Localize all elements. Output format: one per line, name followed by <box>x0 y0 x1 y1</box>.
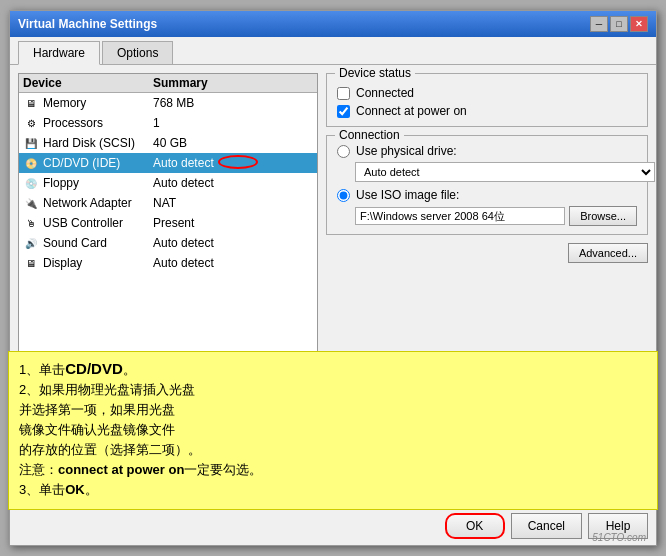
cddvd-icon: 📀 <box>23 155 39 171</box>
maximize-button[interactable]: □ <box>610 16 628 32</box>
annotation-line6: 注意：connect at power on一定要勾选。 <box>19 461 647 479</box>
annotation-line3: 并选择第一项，如果用光盘 <box>19 401 647 419</box>
table-row[interactable]: ⚙ Processors 1 <box>19 113 317 133</box>
processor-icon: ⚙ <box>23 115 39 131</box>
device-name: CD/DVD (IDE) <box>43 156 120 170</box>
annotation-area: 1、单击CD/DVD。 2、如果用物理光盘请插入光盘 并选择第一项，如果用光盘 … <box>8 351 658 510</box>
usb-icon: 🖱 <box>23 215 39 231</box>
device-name: USB Controller <box>43 216 123 230</box>
summary-cell: 1 <box>153 116 313 130</box>
iso-radio[interactable] <box>337 189 350 202</box>
annotation-ok-text: OK <box>65 482 85 497</box>
memory-icon: 🖥 <box>23 95 39 111</box>
advanced-button[interactable]: Advanced... <box>568 243 648 263</box>
annotation-line6-prefix: 注意： <box>19 462 58 477</box>
device-status-group: Device status Connected Connect at power… <box>326 73 648 127</box>
connection-label: Connection <box>335 128 404 142</box>
iso-path-input[interactable] <box>355 207 565 225</box>
summary-cell: 768 MB <box>153 96 313 110</box>
minimize-button[interactable]: ─ <box>590 16 608 32</box>
table-row[interactable]: 🖥 Display Auto detect <box>19 253 317 273</box>
ok-button[interactable]: OK <box>445 513 505 539</box>
annotation-line1-prefix: 1、单击 <box>19 362 65 377</box>
sound-icon: 🔊 <box>23 235 39 251</box>
table-row[interactable]: 🔊 Sound Card Auto detect <box>19 233 317 253</box>
browse-button[interactable]: Browse... <box>569 206 637 226</box>
annotation-line2: 2、如果用物理光盘请插入光盘 <box>19 381 647 399</box>
physical-label: Use physical drive: <box>356 144 457 158</box>
device-cell: 🔌 Network Adapter <box>23 195 153 211</box>
watermark-text: 51CTO.com <box>592 532 646 543</box>
col-header-summary: Summary <box>153 76 313 90</box>
annotation-line6-end: 一定要勾选。 <box>184 462 262 477</box>
summary-cell: Auto detect <box>153 236 313 250</box>
network-icon: 🔌 <box>23 195 39 211</box>
annotation-line7-prefix: 3、单击 <box>19 482 65 497</box>
annotation-line1-end: 。 <box>123 362 136 377</box>
window-title: Virtual Machine Settings <box>18 17 157 31</box>
device-cell: 💿 Floppy <box>23 175 153 191</box>
annotation-line7: 3、单击OK。 <box>19 481 647 499</box>
bottom-bar: OK Cancel Help 51CTO.com <box>10 508 656 545</box>
cancel-button[interactable]: Cancel <box>511 513 582 539</box>
connect-power-label: Connect at power on <box>356 104 467 118</box>
annotation-line5: 的存放的位置（选择第二项）。 <box>19 441 647 459</box>
table-row[interactable]: 🔌 Network Adapter NAT <box>19 193 317 213</box>
device-name: Hard Disk (SCSI) <box>43 136 135 150</box>
tab-hardware[interactable]: Hardware <box>18 41 100 65</box>
device-cell: 🖥 Display <box>23 255 153 271</box>
advanced-row: Advanced... <box>326 243 648 263</box>
connected-row: Connected <box>337 86 637 100</box>
summary-cell: NAT <box>153 196 313 210</box>
summary-cell: Auto detect <box>153 176 313 190</box>
virtual-machine-settings-window: Virtual Machine Settings ─ □ ✕ Hardware … <box>9 10 657 546</box>
summary-cell: Present <box>153 216 313 230</box>
iso-label: Use ISO image file: <box>356 188 459 202</box>
physical-radio[interactable] <box>337 145 350 158</box>
device-cell: 📀 CD/DVD (IDE) <box>23 155 153 171</box>
device-name: Floppy <box>43 176 79 190</box>
device-name: Processors <box>43 116 103 130</box>
device-name: Display <box>43 256 82 270</box>
device-name: Memory <box>43 96 86 110</box>
table-row[interactable]: 💾 Hard Disk (SCSI) 40 GB <box>19 133 317 153</box>
summary-cell: 40 GB <box>153 136 313 150</box>
device-cell: 💾 Hard Disk (SCSI) <box>23 135 153 151</box>
harddisk-icon: 💾 <box>23 135 39 151</box>
table-row[interactable]: 🖱 USB Controller Present <box>19 213 317 233</box>
annotation-line4: 镜像文件确认光盘镜像文件 <box>19 421 647 439</box>
col-header-device: Device <box>23 76 153 90</box>
connection-group: Connection Use physical drive: Auto dete… <box>326 135 648 235</box>
title-bar: Virtual Machine Settings ─ □ ✕ <box>10 11 656 37</box>
tab-bar: Hardware Options <box>10 37 656 65</box>
display-icon: 🖥 <box>23 255 39 271</box>
physical-radio-row: Use physical drive: <box>337 144 637 158</box>
close-button[interactable]: ✕ <box>630 16 648 32</box>
device-name: Network Adapter <box>43 196 132 210</box>
annotation-connect-text: connect at power on <box>58 462 184 477</box>
title-bar-controls: ─ □ ✕ <box>590 16 648 32</box>
connect-power-checkbox[interactable] <box>337 105 350 118</box>
table-row[interactable]: 🖥 Memory 768 MB <box>19 93 317 113</box>
device-cell: ⚙ Processors <box>23 115 153 131</box>
annotation-cddvd-text: CD/DVD <box>65 360 123 377</box>
table-header: Device Summary <box>19 74 317 93</box>
floppy-icon: 💿 <box>23 175 39 191</box>
device-cell: 🔊 Sound Card <box>23 235 153 251</box>
device-cell: 🖱 USB Controller <box>23 215 153 231</box>
device-name: Sound Card <box>43 236 107 250</box>
iso-file-row: Browse... <box>355 206 637 226</box>
connect-power-row: Connect at power on <box>337 104 637 118</box>
physical-drive-select[interactable]: Auto detect <box>355 162 655 182</box>
summary-cell: Auto detect <box>153 156 313 170</box>
iso-radio-row: Use ISO image file: <box>337 188 637 202</box>
tab-options[interactable]: Options <box>102 41 173 64</box>
connected-checkbox[interactable] <box>337 87 350 100</box>
summary-cell: Auto detect <box>153 256 313 270</box>
device-cell: 🖥 Memory <box>23 95 153 111</box>
connected-label: Connected <box>356 86 414 100</box>
device-status-label: Device status <box>335 66 415 80</box>
table-row-cddvd[interactable]: 📀 CD/DVD (IDE) Auto detect <box>19 153 317 173</box>
annotation-line1: 1、单击CD/DVD。 <box>19 360 647 379</box>
table-row[interactable]: 💿 Floppy Auto detect <box>19 173 317 193</box>
